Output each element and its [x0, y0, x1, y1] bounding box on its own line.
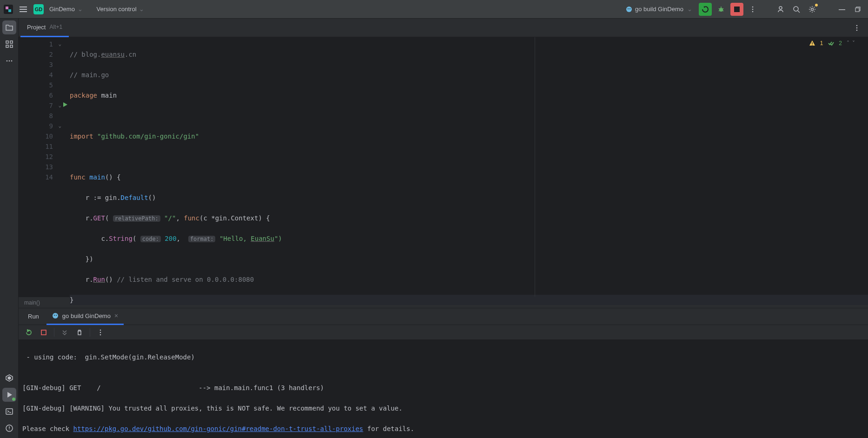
- svg-point-6: [629, 8, 630, 9]
- svg-point-36: [56, 315, 57, 316]
- version-control-menu[interactable]: Version control ⌄: [97, 6, 145, 13]
- run-tool-icon[interactable]: [2, 388, 16, 402]
- svg-point-11: [752, 11, 754, 12]
- svg-rect-1: [20, 7, 27, 7]
- run-config-label: go build GinDemo: [635, 6, 683, 13]
- svg-point-4: [626, 7, 632, 12]
- tab-shortcut: Alt+1: [49, 24, 62, 30]
- tab-project[interactable]: Project Alt+1: [20, 19, 69, 37]
- chevron-up-icon[interactable]: ˄: [847, 40, 849, 46]
- svg-marker-26: [8, 377, 11, 379]
- svg-point-29: [856, 25, 858, 26]
- tab-label: Project: [27, 24, 46, 31]
- stop-button[interactable]: [730, 3, 743, 16]
- svg-point-24: [11, 60, 12, 62]
- svg-point-9: [752, 6, 754, 7]
- svg-rect-8: [734, 7, 740, 12]
- problems-tool-icon[interactable]: [2, 421, 16, 435]
- code-with-me-icon[interactable]: [774, 3, 787, 16]
- gutter[interactable]: 1⌄ 2 3 4 5 6 7 ⌄ 8 9⌄ 10 11 12 13: [19, 37, 70, 297]
- chevron-down-icon[interactable]: ˅: [852, 40, 855, 46]
- svg-rect-32: [812, 42, 812, 44]
- svg-point-35: [54, 315, 55, 316]
- pass-count: 2: [839, 40, 842, 46]
- go-icon: [52, 312, 59, 319]
- svg-point-14: [811, 8, 814, 10]
- svg-rect-15: [839, 9, 845, 10]
- run-panel-title[interactable]: Run: [22, 308, 45, 325]
- search-everywhere-icon[interactable]: [790, 3, 803, 16]
- code-editor[interactable]: 1 2 ˄ ˅ 1⌄ 2 3 4 5 6 7: [19, 37, 868, 297]
- project-tool-icon[interactable]: [2, 20, 16, 34]
- editor-more-icon[interactable]: [850, 21, 863, 34]
- chevron-down-icon: ⌄: [76, 6, 83, 13]
- running-indicator: [12, 398, 15, 401]
- fold-icon[interactable]: ⌄: [58, 41, 61, 47]
- go-icon: [626, 6, 632, 13]
- svg-point-34: [53, 313, 58, 319]
- run-configuration-selector[interactable]: go build GinDemo ⌄: [622, 4, 696, 14]
- check-icon: [828, 40, 834, 46]
- project-badge: GD: [33, 4, 44, 14]
- stop-icon[interactable]: [37, 326, 50, 339]
- fold-icon[interactable]: ⌄: [58, 123, 61, 129]
- chevron-down-icon: ⌄: [687, 6, 692, 13]
- console-output[interactable]: - using code: gin.SetMode(gin.ReleaseMod…: [19, 340, 868, 438]
- goland-logo-icon: [4, 5, 13, 14]
- inspection-widget[interactable]: 1 2 ˄ ˅: [809, 40, 855, 46]
- svg-rect-37: [41, 330, 46, 335]
- more-tool-windows-icon[interactable]: [2, 54, 16, 68]
- rerun-icon[interactable]: [22, 326, 35, 339]
- svg-point-5: [628, 8, 629, 9]
- fold-icon[interactable]: ⌄: [58, 102, 61, 108]
- code-content[interactable]: // blog.euansu.cn // main.go package mai…: [70, 37, 868, 297]
- editor-tabs: Project Alt+1: [19, 19, 868, 37]
- svg-point-7: [719, 8, 723, 12]
- settings-icon[interactable]: [806, 3, 819, 16]
- svg-rect-33: [812, 45, 812, 45]
- chevron-down-icon: ⌄: [138, 6, 145, 13]
- svg-rect-2: [20, 9, 27, 10]
- right-margin-line: [535, 37, 535, 297]
- console-link[interactable]: https://pkg.go.dev/github.com/gin-gonic/…: [73, 425, 364, 432]
- rerun-button[interactable]: [699, 3, 712, 16]
- warning-count: 1: [820, 40, 823, 46]
- terminal-tool-icon[interactable]: [2, 405, 16, 418]
- svg-point-10: [752, 8, 754, 10]
- structure-tool-icon[interactable]: [2, 37, 16, 51]
- svg-rect-3: [20, 11, 27, 12]
- update-indicator: [815, 4, 818, 7]
- svg-rect-18: [6, 41, 8, 43]
- project-name[interactable]: GinDemo ⌄: [47, 4, 85, 14]
- svg-point-13: [794, 7, 798, 11]
- svg-point-12: [779, 7, 782, 9]
- minimize-icon[interactable]: [835, 3, 848, 16]
- svg-point-22: [6, 60, 7, 62]
- svg-rect-21: [10, 45, 13, 47]
- run-gutter-icon[interactable]: [62, 102, 68, 107]
- titlebar: GD GinDemo ⌄ Version control ⌄ go build …: [0, 0, 868, 19]
- scroll-to-end-icon[interactable]: [58, 326, 71, 339]
- inspection-nav[interactable]: ˄ ˅: [847, 40, 855, 46]
- debug-button[interactable]: [715, 3, 728, 16]
- svg-point-30: [856, 27, 858, 28]
- services-tool-icon[interactable]: [2, 371, 16, 385]
- svg-rect-20: [6, 45, 8, 47]
- maximize-icon[interactable]: [851, 3, 864, 16]
- svg-rect-17: [855, 8, 859, 12]
- svg-point-31: [856, 29, 858, 31]
- svg-rect-19: [10, 41, 13, 43]
- warning-icon: [809, 40, 815, 46]
- more-actions-icon[interactable]: [746, 3, 759, 16]
- svg-point-23: [8, 60, 10, 62]
- left-tool-stripe: [0, 19, 19, 438]
- main-menu-icon[interactable]: [17, 3, 30, 16]
